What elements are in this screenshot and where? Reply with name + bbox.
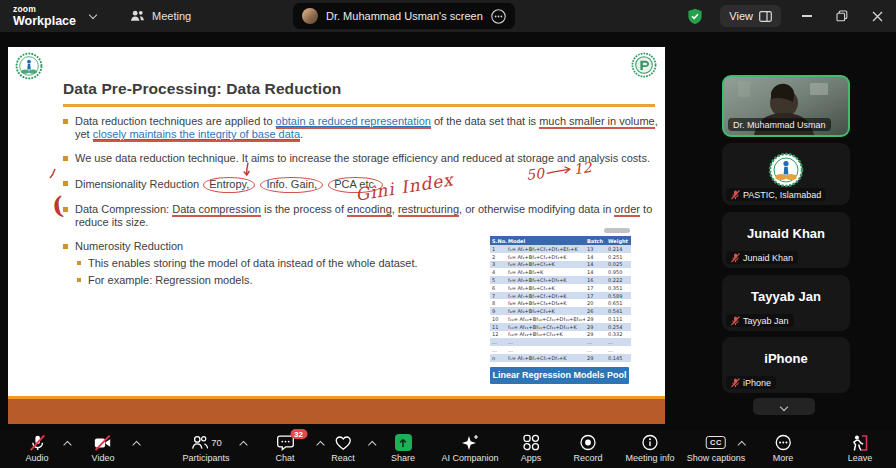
- bullet-data-reduction: Data reduction techniques are applied to…: [63, 115, 659, 141]
- audio-options-chevron-icon[interactable]: [63, 441, 71, 449]
- cell-batch: 14: [585, 253, 606, 261]
- video-tile-iphone[interactable]: iPhone iPhone: [722, 337, 850, 393]
- cell-weight: 0.651: [606, 299, 631, 307]
- share-screen-icon: [395, 434, 412, 451]
- cell-model: ...: [506, 338, 585, 346]
- text-segment: [256, 178, 259, 190]
- table-row: 5 f₅= Af₅+Bf₅+Cf₅+Df₅+K 16 0.222: [490, 276, 631, 284]
- meeting-toolbar: Audio Video 70 Participants 32 Chat: [0, 430, 896, 468]
- participant-name-text: Junaid Khan: [743, 253, 793, 263]
- ai-companion-sparkle-icon: [460, 434, 479, 452]
- apps-label: Apps: [521, 453, 542, 463]
- cell-batch: 29: [585, 354, 606, 362]
- video-options-chevron-icon[interactable]: [132, 441, 140, 449]
- tab-options-ellipsis-icon[interactable]: [491, 9, 506, 24]
- ai-companion-button[interactable]: AI Companion: [441, 433, 498, 463]
- shared-screen-stage: Data Pre-Processing: Data Reduction Data…: [0, 32, 896, 430]
- apps-button[interactable]: Apps: [521, 433, 542, 463]
- cell-model: f₂= Af₂+Bf₂+Cf₂+Df₂+K: [506, 253, 585, 261]
- col-header-weight: Weight: [606, 236, 631, 245]
- table-row: 11 f₁₁= Af₁₁+Bf₁₁+Cf₁₁+Df₁₁+K 29 0.254: [490, 323, 631, 331]
- restore-button[interactable]: [833, 7, 851, 25]
- more-button[interactable]: More: [773, 433, 794, 463]
- participant-name-text: PASTIC, Islamabad: [743, 190, 821, 200]
- underlined-text: much smaller in volume: [539, 115, 655, 127]
- red-brace-annotation: (: [51, 198, 64, 212]
- participants-button[interactable]: 70 Participants: [182, 433, 229, 463]
- video-tile-tayyab-jan[interactable]: Tayyab Jan Tayyab Jan: [722, 275, 850, 331]
- cell-weight: 0.351: [606, 284, 631, 292]
- tab-meeting[interactable]: Meeting: [130, 9, 191, 23]
- captions-options-chevron-icon[interactable]: [737, 441, 745, 449]
- audio-label: Audio: [25, 453, 48, 463]
- cell-sno: ...: [490, 346, 506, 354]
- record-icon: [579, 434, 596, 451]
- chat-options-chevron-icon[interactable]: [316, 441, 324, 449]
- text-segment: Data Compression:: [75, 203, 172, 215]
- video-tile-junaid-khan[interactable]: Junaid Khan Junaid Khan: [722, 212, 850, 268]
- cell-sno: 9: [490, 307, 506, 315]
- view-button[interactable]: View: [720, 5, 781, 27]
- close-icon: [872, 11, 883, 22]
- table-caption-banner: Linear Regression Models Pool: [490, 367, 629, 384]
- circled-term-info-gain: Info. Gain,: [260, 177, 323, 193]
- collapse-filmstrip-button[interactable]: [753, 398, 815, 415]
- figure-scrollbar-thumb: [604, 228, 630, 233]
- cell-model: f₈= Af₈+Bf₈+Cf₈+Df₈+K: [506, 299, 585, 307]
- cell-batch: 14: [585, 268, 606, 276]
- mic-muted-icon: [731, 190, 740, 200]
- cell-model: f₆= Af₆+Bf₆+Cf₆+K: [506, 284, 585, 292]
- underlined-text: encoding: [347, 203, 392, 215]
- cell-model: f₇= Af₇+Bf₇+Cf₇+Df₇+K: [506, 292, 585, 300]
- chat-button[interactable]: 32 Chat: [275, 433, 294, 463]
- red-down-arrow-annotation: [241, 162, 253, 177]
- security-shield-icon[interactable]: [687, 8, 703, 25]
- cell-weight: 0.541: [606, 307, 631, 315]
- cell-sno: 12: [490, 331, 506, 339]
- participant-name-label: iPhone: [726, 376, 776, 389]
- bullet-square-icon: [77, 278, 81, 282]
- show-captions-button[interactable]: CC Show captions: [687, 433, 746, 463]
- cell-sno: 3: [490, 261, 506, 269]
- bullet-text: Data reduction techniques are applied to…: [75, 115, 659, 141]
- share-label: Share: [391, 453, 415, 463]
- participants-count: 70: [211, 437, 222, 448]
- cell-model: f₁₂= Af₁₂+Bf₁₂+Cf₁₂+K: [506, 331, 585, 339]
- video-tile-pastic-islamabad[interactable]: PASTIC, Islamabad: [722, 143, 850, 205]
- cell-weight: 0.145: [606, 354, 631, 362]
- table-row: 7 f₇= Af₇+Bf₇+Cf₇+Df₇+K 17 0.589: [490, 292, 631, 300]
- react-button[interactable]: React: [331, 433, 355, 463]
- participants-options-chevron-icon[interactable]: [239, 441, 247, 449]
- video-tile-dr-muhammad-usman[interactable]: Dr. Muhammad Usman: [722, 75, 850, 137]
- video-button[interactable]: Video: [92, 433, 115, 463]
- col-header-sno: S.No.: [490, 236, 506, 245]
- table-row: 2 f₂= Af₂+Bf₂+Cf₂+Df₂+K 14 0.251: [490, 253, 631, 261]
- react-options-chevron-icon[interactable]: [368, 441, 376, 449]
- shared-screen-tab-label: Dr. Muhammad Usman's screen: [326, 10, 483, 22]
- share-button[interactable]: Share: [391, 433, 415, 463]
- record-button[interactable]: Record: [573, 433, 602, 463]
- bullet-text: Data Compression: Data compression is th…: [75, 203, 659, 229]
- apps-icon: [522, 434, 539, 451]
- cell-batch: 16: [585, 276, 606, 284]
- col-header-batch: Batch: [585, 236, 606, 245]
- underlined-text: order: [614, 203, 640, 215]
- cell-batch: 29: [585, 315, 606, 323]
- underlined-text: restructuring: [398, 203, 459, 215]
- leave-button[interactable]: Leave: [848, 433, 873, 463]
- meeting-info-button[interactable]: Meeting info: [625, 433, 674, 463]
- minimize-button[interactable]: [798, 7, 816, 25]
- tab-shared-screen[interactable]: Dr. Muhammad Usman's screen: [293, 3, 515, 29]
- leave-meeting-icon: [851, 434, 869, 452]
- text-segment: ,: [392, 203, 398, 215]
- participant-name-label: Tayyab Jan: [726, 314, 794, 327]
- view-layout-icon: [759, 11, 772, 22]
- cell-sno: ...: [490, 338, 506, 346]
- audio-button[interactable]: Audio: [25, 433, 48, 463]
- cell-sno: 6: [490, 284, 506, 292]
- bullet-square-icon: [63, 119, 68, 124]
- record-label: Record: [573, 453, 602, 463]
- cell-sno: 11: [490, 323, 506, 331]
- workspace-dropdown-chevron-icon[interactable]: [89, 11, 97, 19]
- close-button[interactable]: [868, 7, 886, 25]
